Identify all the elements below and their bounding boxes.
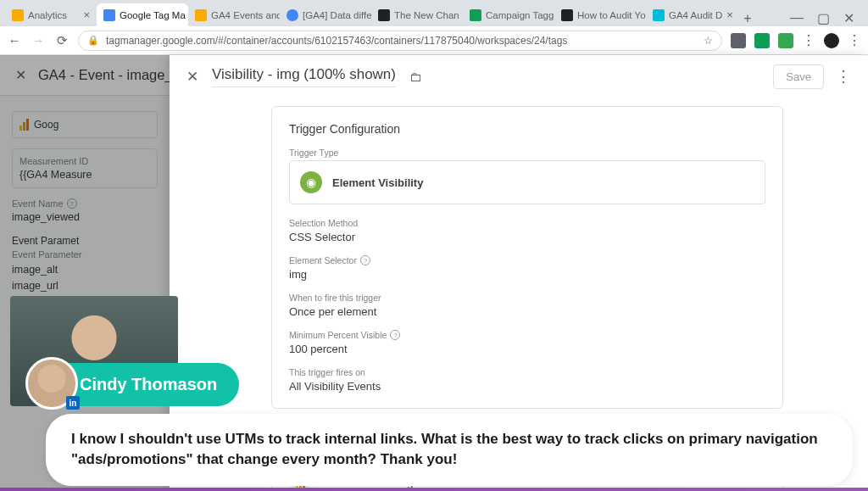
browser-tab[interactable]: Campaign Tagg×: [463, 3, 554, 26]
tag-type-label: Goog: [34, 119, 58, 131]
browser-tab[interactable]: Google Tag Ma×: [97, 3, 188, 26]
tab-title: GA4 Events and: [211, 10, 280, 20]
caption-bubble: I know I shouldn't use UTMs to track int…: [46, 414, 853, 486]
tab-title: The New Chan: [394, 10, 459, 20]
favicon-icon: [378, 9, 390, 21]
caption-text: I know I shouldn't use UTMs to track int…: [71, 429, 827, 471]
param-name: image_url: [12, 278, 158, 294]
extension-icons: ⋮ ⋮: [731, 32, 861, 48]
lock-icon: 🔒: [87, 35, 99, 46]
window-close-icon[interactable]: ✕: [843, 10, 854, 26]
extension-icon[interactable]: [731, 33, 746, 48]
param-name: image_alt: [12, 262, 158, 278]
favicon-icon: [653, 9, 665, 21]
panel-title[interactable]: Visibility - img (100% shown): [212, 66, 396, 87]
tag-title: GA4 - Event - image_vie: [38, 67, 191, 83]
trigger-config-card[interactable]: Trigger Configuration Trigger Type ◉ Ele…: [271, 106, 783, 409]
field-label: Element Selector: [289, 255, 357, 265]
extension-icon[interactable]: [754, 33, 770, 48]
field-label: Measurement ID: [19, 156, 150, 166]
star-icon[interactable]: ☆: [704, 35, 713, 47]
browser-tab[interactable]: [GA4] Data diffe×: [280, 3, 371, 26]
maximize-icon[interactable]: ▢: [817, 10, 830, 26]
field-value: All Visibility Events: [289, 380, 765, 393]
browser-tab[interactable]: GA4 Audit D×: [646, 3, 737, 26]
browser-tab[interactable]: GA4 Events and×: [188, 3, 280, 26]
folder-icon[interactable]: 🗀: [409, 70, 422, 84]
field-label: Selection Method: [289, 218, 765, 228]
ga4-icon: [19, 119, 29, 131]
extension-icon[interactable]: [778, 33, 793, 48]
favicon-icon: [287, 9, 298, 21]
close-icon[interactable]: ×: [83, 8, 90, 21]
url-text: tagmanager.google.com/#/container/accoun…: [106, 35, 567, 47]
favicon-icon: [12, 9, 24, 21]
address-bar: ← → ⟳ 🔒 tagmanager.google.com/#/containe…: [0, 26, 868, 55]
speaker-name: Cindy Thomason: [80, 375, 217, 394]
field-label: When to fire this trigger: [289, 293, 765, 303]
field-value: image_viewed: [12, 211, 158, 223]
field-sublabel: Event Parameter: [12, 249, 158, 259]
reload-icon[interactable]: ⟳: [54, 33, 70, 48]
card-title: Trigger Configuration: [289, 122, 765, 136]
close-icon[interactable]: ×: [726, 8, 733, 21]
tab-title: How to Audit Yo: [577, 10, 646, 20]
tab-title: Analytics: [28, 10, 67, 20]
close-icon[interactable]: ✕: [186, 68, 198, 86]
new-tab-button[interactable]: +: [737, 11, 758, 26]
favicon-icon: [195, 9, 207, 21]
tab-title: [GA4] Data diffe: [303, 10, 371, 20]
favicon-icon: [103, 9, 115, 21]
field-value: img: [289, 268, 765, 281]
panel-header: ✕ Visibility - img (100% shown) 🗀 Save ⋮: [170, 55, 868, 98]
forward-icon[interactable]: →: [31, 33, 46, 47]
tab-title: Campaign Tagg: [486, 10, 554, 20]
chrome-menu-icon[interactable]: ⋮: [848, 32, 861, 48]
visibility-icon: ◉: [300, 171, 322, 193]
trigger-type-value: Element Visibility: [332, 176, 423, 189]
browser-tab[interactable]: The New Chan×: [371, 3, 463, 26]
back-icon[interactable]: ←: [7, 33, 22, 47]
field-value: CSS Selector: [289, 231, 765, 243]
kebab-icon[interactable]: ⋮: [802, 32, 815, 48]
field-label: Event Paramet: [12, 235, 158, 247]
field-label: This trigger fires on: [289, 367, 765, 377]
tab-title: Google Tag Ma: [120, 10, 186, 20]
field-value: Once per element: [289, 305, 765, 318]
field-value: {{GA4 Measure: [19, 169, 150, 181]
browser-tab-strip: Analytics× Google Tag Ma× GA4 Events and…: [0, 0, 868, 26]
browser-tab[interactable]: How to Audit Yo×: [554, 3, 646, 26]
field-label: Trigger Type: [289, 148, 765, 158]
help-icon[interactable]: ?: [360, 255, 370, 265]
kebab-icon[interactable]: ⋮: [836, 67, 851, 86]
save-button[interactable]: Save: [773, 64, 824, 89]
close-icon[interactable]: ✕: [15, 67, 26, 83]
help-icon[interactable]: ?: [390, 330, 400, 340]
field-label: Event Name: [12, 198, 64, 209]
field-label: Minimum Percent Visible: [289, 330, 387, 340]
favicon-icon: [561, 9, 573, 21]
linkedin-icon: in: [66, 396, 80, 410]
minimize-icon[interactable]: —: [790, 10, 804, 26]
progress-strip: [0, 488, 868, 491]
tab-title: GA4 Audit D: [669, 10, 722, 20]
favicon-icon: [470, 9, 481, 21]
field-value: 100 percent: [289, 343, 765, 355]
url-input[interactable]: 🔒 tagmanager.google.com/#/container/acco…: [78, 31, 722, 51]
trigger-type-selector[interactable]: ◉ Element Visibility: [289, 160, 765, 204]
profile-icon[interactable]: [824, 33, 839, 48]
browser-tab[interactable]: Analytics×: [5, 3, 97, 26]
help-icon[interactable]: ?: [67, 198, 77, 209]
